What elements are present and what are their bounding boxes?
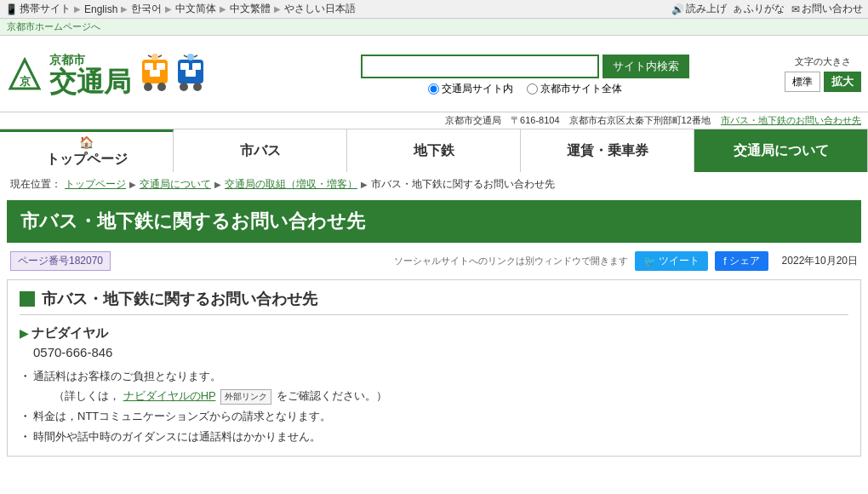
meta-right: ソーシャルサイトへのリンクは別ウィンドウで開きます 🐦 ツイート f シェア 2… — [394, 251, 858, 271]
breadcrumb-toppage[interactable]: トップページ — [65, 177, 126, 192]
sep1: ▶ — [74, 4, 81, 14]
homepage-link[interactable]: 京都市ホームページへ — [7, 21, 100, 32]
nav-unchin[interactable]: 運賃・乗車券 — [521, 129, 694, 172]
bullet-list-2: ・ 料金は，NTTコミュニケーションズからの請求となります。 ・ 時間外や話中時… — [20, 406, 848, 447]
svg-point-8 — [151, 54, 158, 60]
breadcrumb: 現在位置： トップページ ▶ 交通局について ▶ 交通局の取組（増収・増客） ▶… — [0, 172, 868, 197]
kyotoshi-label: 京都市 — [49, 53, 131, 68]
chinese-simple-link[interactable]: 中文简体 — [175, 2, 216, 16]
phone-number: 0570-666-846 — [33, 345, 848, 359]
nav-chikatetsu[interactable]: 地下鉄 — [347, 129, 521, 172]
kotsukyoku-label: 交通局 — [49, 68, 131, 95]
sep3: ▶ — [165, 4, 172, 14]
sep5: ▶ — [274, 4, 281, 14]
font-standard-button[interactable]: 標準 — [785, 72, 820, 92]
keitai-icon: 📱 — [5, 3, 18, 15]
page-number-badge: ページ番号182070 — [10, 251, 111, 271]
bullet-list: ・ 通話料はお客様のご負担となります。 — [20, 366, 848, 387]
svg-point-17 — [187, 54, 194, 60]
keitai-label[interactable]: 携帯サイト — [20, 2, 71, 16]
address-link[interactable]: 市バス・地下鉄のお問い合わせ先 — [721, 115, 861, 125]
breadcrumb-torikumi[interactable]: 交通局の取組（増収・増客） — [225, 177, 357, 192]
facebook-icon: f — [723, 256, 726, 267]
svg-rect-4 — [157, 63, 165, 70]
breadcrumb-arrow2: ▶ — [214, 180, 221, 189]
page-meta: ページ番号182070 ソーシャルサイトへのリンクは別ウィンドウで開きます 🐦 … — [0, 246, 868, 276]
bullet-item-1: ・ 通話料はお客様のご負担となります。 — [20, 366, 848, 387]
svg-line-18 — [184, 55, 187, 57]
svg-rect-3 — [145, 63, 153, 70]
mail-icon: ✉ — [791, 3, 800, 15]
section-title: ▶ ナビダイヤル — [20, 325, 848, 342]
search-input[interactable] — [361, 55, 599, 78]
home-icon: 🏠 — [79, 135, 94, 149]
svg-line-19 — [194, 55, 197, 57]
nav-kotsukyoku-label: 交通局について — [734, 142, 829, 160]
font-size-label: 文字の大きさ — [795, 55, 851, 68]
svg-point-6 — [157, 83, 166, 91]
svg-line-9 — [148, 55, 151, 57]
svg-point-15 — [193, 83, 202, 91]
chinese-trad-link[interactable]: 中文繁體 — [230, 2, 271, 16]
breadcrumb-current: 市バス・地下鉄に関するお問い合わせ先 — [371, 177, 555, 192]
breadcrumb-prefix: 現在位置： — [10, 177, 61, 192]
nav-unchin-label: 運賃・乗車券 — [567, 142, 648, 160]
content-heading: 市バス・地下鉄に関するお問い合わせ先 — [20, 289, 848, 315]
kyoto-logo-svg: 京 — [7, 56, 43, 92]
logo-title: 京都市 交通局 — [49, 53, 131, 95]
nav-chikatetsu-label: 地下鉄 — [414, 142, 454, 160]
address-text: 京都市交通局 〒616-8104 京都市右京区太秦下刑部町12番地 — [445, 115, 711, 125]
korean-link[interactable]: 한국어 — [131, 2, 162, 16]
radio-kotsukyoku[interactable] — [428, 83, 439, 95]
tweet-button[interactable]: 🐦 ツイート — [635, 251, 708, 271]
right-links: 🔊 読み上げ あ ふりがな ✉ お問い合わせ — [671, 2, 863, 16]
svg-point-14 — [180, 83, 188, 91]
svg-text:京: 京 — [20, 75, 31, 88]
svg-rect-13 — [192, 63, 201, 70]
mascot2-svg — [174, 53, 208, 95]
svg-rect-12 — [180, 63, 189, 70]
read-aloud-link[interactable]: 🔊 読み上げ — [671, 2, 727, 16]
sep2: ▶ — [121, 4, 128, 14]
search-button[interactable]: サイト内検索 — [602, 55, 689, 78]
share-button[interactable]: f シェア — [715, 251, 768, 271]
svg-line-10 — [158, 55, 162, 57]
nav-toppage-label: トップページ — [46, 151, 128, 169]
easy-japanese-link[interactable]: やさしい日本語 — [284, 2, 356, 16]
radio-kyotoshi-label[interactable]: 京都市サイト全体 — [527, 82, 622, 96]
content-heading-icon — [20, 291, 35, 307]
sep4: ▶ — [220, 4, 226, 14]
search-radio-row: 交通局サイト内 京都市サイト全体 — [428, 82, 622, 96]
breadcrumb-arrow1: ▶ — [129, 180, 136, 189]
twitter-icon: 🐦 — [643, 256, 656, 267]
mascot1-svg — [138, 53, 172, 95]
breadcrumb-arrow3: ▶ — [361, 180, 368, 189]
external-badge: 外部リンク — [220, 389, 271, 405]
search-area: サイト内検索 交通局サイト内 京都市サイト全体 — [279, 51, 771, 96]
social-note: ソーシャルサイトへのリンクは別ウィンドウで開きます — [394, 255, 628, 267]
navidial-section: ▶ ナビダイヤル 0570-666-846 ・ 通話料はお客様のご負担となります… — [20, 325, 848, 447]
section-title-text: ナビダイヤル — [31, 325, 108, 342]
contact-link[interactable]: ✉ お問い合わせ — [791, 2, 863, 16]
search-box-row: サイト内検索 — [361, 55, 689, 78]
breadcrumb-kotsukyoku[interactable]: 交通局について — [140, 177, 211, 192]
furigana-link[interactable]: あ ふりがな — [734, 2, 785, 16]
font-large-button[interactable]: 拡大 — [824, 72, 861, 92]
speaker-icon: 🔊 — [671, 3, 684, 15]
nav-shibus[interactable]: 市バス — [174, 129, 347, 172]
content-area: 市バス・地下鉄に関するお問い合わせ先 ▶ ナビダイヤル 0570-666-846… — [7, 279, 861, 457]
nav-kotsukyoku[interactable]: 交通局について — [694, 129, 868, 172]
english-link[interactable]: English — [84, 3, 117, 15]
keitai-link[interactable]: 📱 携帯サイト — [5, 2, 71, 16]
main-nav: 🏠 トップページ 市バス 地下鉄 運賃・乗車券 交通局について — [0, 129, 868, 172]
navidial-hp-link[interactable]: ナビダイヤルのHP — [123, 389, 216, 402]
radio-kyotoshi[interactable] — [527, 83, 538, 95]
nav-toppage[interactable]: 🏠 トップページ — [0, 129, 174, 172]
top-bar: 📱 携帯サイト ▶ English ▶ 한국어 ▶ 中文简体 ▶ 中文繁體 ▶ … — [0, 0, 868, 19]
page-heading-text: 市バス・地下鉄に関するお問い合わせ先 — [20, 210, 365, 232]
kyoto-mark: 京 京都市 交通局 — [7, 53, 131, 95]
svg-rect-7 — [150, 70, 160, 77]
radio-kotsukyoku-label[interactable]: 交通局サイト内 — [428, 82, 513, 96]
address-bar: 京都市交通局 〒616-8104 京都市右京区太秦下刑部町12番地 市バス・地下… — [0, 112, 868, 129]
logo-area: 京 京都市 交通局 — [7, 53, 279, 95]
